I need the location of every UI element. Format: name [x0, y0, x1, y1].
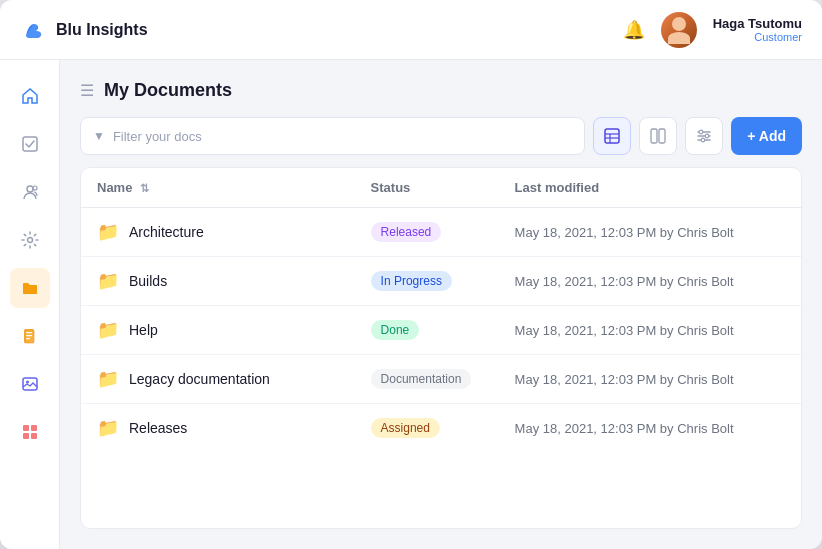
svg-point-10: [26, 381, 29, 384]
svg-rect-13: [23, 433, 29, 439]
content-header: ☰ My Documents: [80, 80, 802, 101]
team-icon: [21, 183, 39, 201]
svg-rect-19: [651, 129, 657, 143]
status-badge: Documentation: [371, 369, 472, 389]
document-name: Builds: [129, 273, 167, 289]
status-badge: Assigned: [371, 418, 440, 438]
notification-bell-icon[interactable]: 🔔: [623, 19, 645, 41]
filter-icon: ▼: [93, 129, 105, 143]
document-name: Releases: [129, 420, 187, 436]
status-badge: In Progress: [371, 271, 452, 291]
cell-status-1: In Progress: [355, 257, 499, 306]
table-view-icon: [604, 128, 620, 144]
options-icon: [696, 128, 712, 144]
home-icon: [21, 87, 39, 105]
image-icon: [21, 375, 39, 393]
app-window: Blu Insights 🔔 Haga Tsutomu Customer: [0, 0, 822, 549]
svg-rect-20: [659, 129, 665, 143]
modified-text: May 18, 2021, 12:03 PM by Chris Bolt: [515, 274, 734, 289]
svg-rect-11: [23, 425, 29, 431]
sidebar-item-grid[interactable]: [10, 412, 50, 452]
table-row[interactable]: 📁 Builds In Progress May 18, 2021, 12:03…: [81, 257, 801, 306]
folder-icon: 📁: [97, 417, 119, 439]
split-view-icon: [650, 128, 666, 144]
column-header-name: Name ⇅: [81, 168, 355, 208]
cell-modified-1: May 18, 2021, 12:03 PM by Chris Bolt: [499, 257, 801, 306]
folder-icon: 📁: [97, 368, 119, 390]
svg-point-2: [33, 186, 37, 190]
cell-name-0: 📁 Architecture: [81, 208, 355, 257]
table-row[interactable]: 📁 Legacy documentation Documentation May…: [81, 355, 801, 404]
cell-name-2: 📁 Help: [81, 306, 355, 355]
user-info: Haga Tsutomu Customer: [713, 16, 802, 43]
cell-status-4: Assigned: [355, 404, 499, 453]
cell-modified-2: May 18, 2021, 12:03 PM by Chris Bolt: [499, 306, 801, 355]
svg-rect-0: [23, 137, 37, 151]
cell-name-4: 📁 Releases: [81, 404, 355, 453]
modified-text: May 18, 2021, 12:03 PM by Chris Bolt: [515, 421, 734, 436]
toolbar: ▼ Filter your docs Table view: [80, 117, 802, 155]
svg-point-25: [705, 134, 709, 138]
folder-icon: 📁: [97, 221, 119, 243]
modified-text: May 18, 2021, 12:03 PM by Chris Bolt: [515, 372, 734, 387]
table-row[interactable]: 📁 Architecture Released May 18, 2021, 12…: [81, 208, 801, 257]
sort-icon[interactable]: ⇅: [140, 182, 149, 194]
folder-active-icon: [21, 279, 39, 297]
cell-status-0: Released: [355, 208, 499, 257]
user-role: Customer: [713, 31, 802, 43]
logo-icon: [20, 16, 48, 44]
add-button[interactable]: + Add: [731, 117, 802, 155]
modified-text: May 18, 2021, 12:03 PM by Chris Bolt: [515, 323, 734, 338]
document-name: Architecture: [129, 224, 204, 240]
cell-status-2: Done: [355, 306, 499, 355]
filter-placeholder: Filter your docs: [113, 129, 202, 144]
cell-name-1: 📁 Builds: [81, 257, 355, 306]
app-name: Blu Insights: [56, 21, 148, 39]
svg-point-3: [27, 238, 32, 243]
documents-table: Name ⇅ Status Last modified 📁 Architectu…: [80, 167, 802, 529]
svg-rect-14: [31, 433, 37, 439]
document-name: Help: [129, 322, 158, 338]
header-right: 🔔 Haga Tsutomu Customer: [623, 12, 802, 48]
cell-modified-0: May 18, 2021, 12:03 PM by Chris Bolt: [499, 208, 801, 257]
table-row[interactable]: 📁 Help Done May 18, 2021, 12:03 PM by Ch…: [81, 306, 801, 355]
sidebar-item-media[interactable]: [10, 364, 50, 404]
document-name: Legacy documentation: [129, 371, 270, 387]
cell-modified-4: May 18, 2021, 12:03 PM by Chris Bolt: [499, 404, 801, 453]
svg-point-1: [27, 186, 33, 192]
svg-point-24: [699, 130, 703, 134]
logo: Blu Insights: [20, 16, 623, 44]
column-header-modified: Last modified: [499, 168, 801, 208]
status-badge: Released: [371, 222, 442, 242]
sidebar-item-settings[interactable]: [10, 220, 50, 260]
grid-icon: [21, 423, 39, 441]
header: Blu Insights 🔔 Haga Tsutomu Customer: [0, 0, 822, 60]
split-view-button[interactable]: [639, 117, 677, 155]
status-badge: Done: [371, 320, 420, 340]
page-title: My Documents: [104, 80, 232, 101]
svg-rect-15: [605, 129, 619, 143]
modified-text: May 18, 2021, 12:03 PM by Chris Bolt: [515, 225, 734, 240]
document-icon: [21, 327, 39, 345]
svg-rect-5: [26, 332, 32, 333]
cell-name-3: 📁 Legacy documentation: [81, 355, 355, 404]
avatar: [661, 12, 697, 48]
content-area: ☰ My Documents ▼ Filter your docs: [60, 60, 822, 549]
sidebar-item-docs[interactable]: [10, 316, 50, 356]
table-row[interactable]: 📁 Releases Assigned May 18, 2021, 12:03 …: [81, 404, 801, 453]
sidebar-item-documents-active[interactable]: [10, 268, 50, 308]
svg-rect-6: [26, 335, 32, 336]
table-view-button[interactable]: Table view: [593, 117, 631, 155]
menu-icon[interactable]: ☰: [80, 81, 94, 100]
folder-icon: 📁: [97, 270, 119, 292]
sidebar-item-tasks[interactable]: [10, 124, 50, 164]
svg-rect-12: [31, 425, 37, 431]
sidebar: [0, 60, 60, 549]
sidebar-item-team[interactable]: [10, 172, 50, 212]
cell-status-3: Documentation: [355, 355, 499, 404]
settings-icon: [21, 231, 39, 249]
main-layout: ☰ My Documents ▼ Filter your docs: [0, 60, 822, 549]
filter-bar[interactable]: ▼ Filter your docs: [80, 117, 585, 155]
sidebar-item-home[interactable]: [10, 76, 50, 116]
filter-options-button[interactable]: [685, 117, 723, 155]
